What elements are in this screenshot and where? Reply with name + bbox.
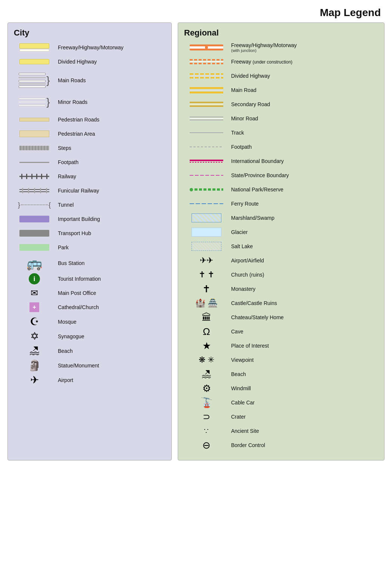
divided-label: Divided Highway	[55, 59, 165, 65]
reg-chateau-icon: 🏛	[202, 312, 211, 323]
list-item: ❋ ✳ Viewpoint	[184, 354, 378, 366]
reg-freeway-construction-symbol	[184, 59, 229, 64]
tourist-icon: i	[29, 273, 40, 284]
footpath-label: Footpath	[55, 159, 165, 165]
reg-state-boundary-label: State/Province Boundary	[229, 172, 378, 178]
reg-minor-road-symbol	[184, 117, 229, 120]
list-item: Minor Road	[184, 113, 378, 124]
reg-freeway-junction-label: Freeway/Highway/Motorway (with junction)	[229, 42, 378, 53]
beach-label: Beach	[55, 348, 165, 354]
list-item: Footpath	[14, 156, 165, 168]
list-item: Railway	[14, 170, 165, 182]
transport-hub-label: Transport Hub	[55, 230, 165, 236]
list-item: Secondary Road	[184, 98, 378, 110]
list-item: Divided Highway	[14, 56, 165, 68]
list-item: Marshland/Swamp	[184, 212, 378, 224]
tunnel-label: Tunnel	[55, 202, 165, 208]
reg-monastery-symbol: ✝	[184, 283, 229, 295]
bus-icon: 🚌	[27, 256, 42, 271]
beach-symbol: 🏖	[14, 345, 55, 357]
transport-hub-symbol	[14, 230, 55, 237]
reg-glacier-label: Glacier	[229, 229, 378, 235]
list-item: 🏰 🏯 Castle/Castle Ruins	[184, 297, 378, 309]
list-item: } Main Roads	[14, 70, 165, 90]
reg-ancient-label: Ancient Site	[229, 428, 378, 434]
reg-glacier-symbol	[184, 228, 229, 237]
reg-track-symbol	[184, 132, 229, 133]
reg-windmill-label: Windmill	[229, 385, 378, 391]
pedestrian-roads-symbol	[14, 118, 55, 121]
important-building-label: Important Building	[55, 216, 165, 222]
airport-icon: ✈	[30, 374, 39, 386]
reg-border-label: Border Control	[229, 442, 378, 448]
list-item: Freeway (under construction)	[184, 56, 378, 68]
beach-icon: 🏖	[29, 345, 40, 357]
reg-minor-road-label: Minor Road	[229, 115, 378, 121]
synagogue-icon: ✡	[30, 330, 39, 342]
mosque-icon: ☪	[30, 315, 39, 328]
funicular-label: Funicular Railway	[55, 188, 165, 194]
footpath-symbol	[14, 162, 55, 163]
post-office-label: Main Post Office	[55, 290, 165, 296]
bus-station-label: Bus Station	[55, 260, 165, 266]
reg-windmill-icon: ⚙	[202, 383, 211, 394]
regional-panel: Regional Freeway/Highway/Motorway (with …	[178, 22, 385, 460]
list-item: + Cathedral/Church	[14, 301, 165, 313]
list-item: Footpath	[184, 141, 378, 153]
cathedral-label: Cathedral/Church	[55, 304, 165, 310]
reg-footpath-symbol	[184, 147, 229, 147]
reg-cave-icon: Ω	[203, 326, 210, 338]
reg-cable-car-symbol: 🚡	[184, 397, 229, 409]
list-item: Main Road	[184, 84, 378, 96]
reg-secondary-road-label: Secondary Road	[229, 101, 378, 107]
important-building-symbol	[14, 216, 55, 222]
reg-secondary-road-symbol	[184, 102, 229, 107]
list-item: Pedestrian Roads	[14, 114, 165, 126]
tunnel-symbol: } {	[14, 201, 55, 208]
list-item: 🏛 Chateau/Stately Home	[184, 311, 378, 323]
list-item: Ferry Route	[184, 198, 378, 210]
reg-star-icon: ★	[202, 340, 211, 352]
mosque-symbol: ☪	[14, 315, 55, 328]
bus-station-symbol: 🚌	[14, 256, 55, 271]
reg-main-road-label: Main Road	[229, 87, 378, 93]
reg-crater-symbol: ⊃	[184, 412, 229, 422]
mosque-label: Mosque	[55, 319, 165, 325]
list-item: 🗿 Statue/Monument	[14, 359, 165, 372]
list-item: ✝ ✝ Church (ruins)	[184, 269, 378, 281]
reg-divided-highway-label: Divided Highway	[229, 73, 378, 79]
reg-beach-label: Beach	[229, 371, 378, 377]
reg-church-label: Church (ruins)	[229, 272, 378, 278]
list-item: ✈✈ Airport/Airfield	[184, 255, 378, 267]
reg-beach-symbol: 🏖	[184, 369, 229, 380]
post-icon: ✉	[31, 288, 38, 298]
list-item: ✝ Monastery	[184, 283, 378, 295]
reg-monastery-icon: ✝	[202, 283, 211, 295]
reg-cave-symbol: Ω	[184, 326, 229, 338]
reg-state-boundary-symbol	[184, 175, 229, 176]
reg-castle-icon: 🏰 🏯	[195, 298, 218, 308]
reg-border-symbol: ⊖	[184, 440, 229, 451]
reg-salt-lake-label: Salt Lake	[229, 243, 378, 249]
minor-roads-label: Minor Roads	[55, 99, 165, 105]
reg-monastery-label: Monastery	[229, 286, 378, 292]
reg-chateau-symbol: 🏛	[184, 312, 229, 323]
regional-panel-title: Regional	[184, 28, 378, 38]
list-item: ★ Place of Interest	[184, 340, 378, 352]
reg-ferry-route-label: Ferry Route	[229, 201, 378, 207]
list-item: National Park/Reserve	[184, 184, 378, 195]
reg-national-park-label: National Park/Reserve	[229, 187, 378, 192]
reg-cave-label: Cave	[229, 329, 378, 335]
reg-viewpoint-label: Viewpoint	[229, 357, 378, 363]
list-item: ✉ Main Post Office	[14, 287, 165, 299]
reg-main-road-symbol	[184, 87, 229, 93]
reg-marshland-symbol	[184, 213, 229, 222]
reg-beach-icon: 🏖	[202, 369, 211, 380]
list-item: Ω Cave	[184, 326, 378, 338]
reg-viewpoint-icon: ❋ ✳	[199, 355, 214, 365]
reg-border-icon: ⊖	[202, 440, 211, 451]
statue-label: Statue/Monument	[55, 363, 165, 369]
reg-salt-lake-symbol	[184, 242, 229, 251]
post-office-symbol: ✉	[14, 288, 55, 298]
list-item: Transport Hub	[14, 227, 165, 239]
